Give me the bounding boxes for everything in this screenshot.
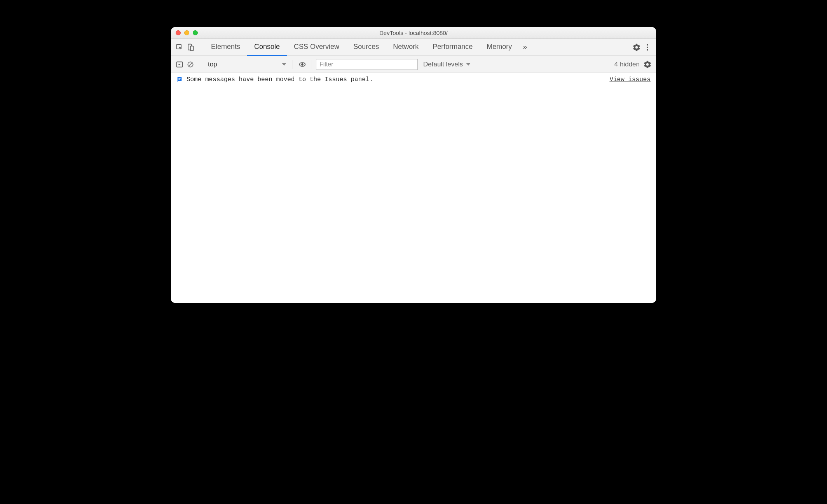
- log-levels-selector[interactable]: Default levels: [423, 61, 471, 68]
- tab-memory[interactable]: Memory: [480, 39, 519, 56]
- svg-point-5: [647, 49, 648, 50]
- tab-label: Performance: [433, 43, 473, 51]
- inspect-element-icon[interactable]: [174, 42, 185, 53]
- svg-point-10: [301, 63, 304, 66]
- svg-point-3: [647, 44, 648, 45]
- context-label: top: [208, 61, 217, 68]
- separator: [627, 43, 627, 52]
- console-toolbar: top Default levels 4 hidden: [171, 56, 656, 73]
- tab-label: Elements: [211, 43, 240, 51]
- separator: [293, 60, 293, 69]
- tab-network[interactable]: Network: [386, 39, 426, 56]
- separator: [312, 60, 312, 69]
- devtools-window: DevTools - localhost:8080/ Elements Cons…: [171, 27, 656, 303]
- console-settings-icon[interactable]: [642, 59, 653, 70]
- svg-point-4: [647, 47, 648, 48]
- tab-elements[interactable]: Elements: [204, 39, 247, 56]
- live-expression-icon[interactable]: [297, 59, 308, 70]
- hidden-messages-count[interactable]: 4 hidden: [614, 61, 640, 68]
- separator: [200, 43, 200, 52]
- tab-sources[interactable]: Sources: [346, 39, 386, 56]
- tab-css-overview[interactable]: CSS Overview: [287, 39, 346, 56]
- device-toolbar-icon[interactable]: [185, 42, 196, 53]
- chevron-down-icon: [282, 63, 286, 66]
- tabs-container: Elements Console CSS Overview Sources Ne…: [204, 39, 623, 56]
- main-tabbar: Elements Console CSS Overview Sources Ne…: [171, 39, 656, 56]
- tab-label: Memory: [487, 43, 512, 51]
- filter-input[interactable]: [316, 59, 418, 70]
- toggle-sidebar-icon[interactable]: [174, 59, 185, 70]
- issues-icon: [176, 76, 183, 83]
- more-options-icon[interactable]: [642, 42, 653, 53]
- tab-console[interactable]: Console: [247, 39, 287, 56]
- svg-rect-12: [178, 79, 180, 80]
- tabbar-right: [623, 42, 653, 53]
- tab-label: CSS Overview: [294, 43, 339, 51]
- execution-context-selector[interactable]: top: [204, 59, 289, 70]
- tab-label: Sources: [353, 43, 379, 51]
- view-issues-link[interactable]: View issues: [609, 76, 651, 83]
- settings-icon[interactable]: [631, 42, 642, 53]
- separator: [200, 60, 200, 69]
- levels-label: Default levels: [423, 61, 463, 68]
- issues-notice-text: Some messages have been moved to the Iss…: [187, 76, 373, 83]
- svg-line-8: [188, 63, 192, 66]
- titlebar: DevTools - localhost:8080/: [171, 27, 656, 39]
- svg-rect-2: [190, 46, 194, 50]
- separator: [608, 60, 608, 69]
- clear-console-icon[interactable]: [185, 59, 196, 70]
- console-output-area[interactable]: [171, 86, 656, 303]
- tab-label: Console: [254, 43, 280, 51]
- tabs-overflow-button[interactable]: »: [519, 39, 531, 56]
- tab-label: Network: [393, 43, 419, 51]
- issues-notice-row: Some messages have been moved to the Iss…: [171, 73, 656, 86]
- toolbar-right: 4 hidden: [604, 59, 653, 70]
- chevron-down-icon: [466, 63, 471, 66]
- more-tabs-icon: »: [523, 42, 527, 51]
- window-title: DevTools - localhost:8080/: [171, 30, 656, 36]
- svg-rect-11: [178, 78, 180, 78]
- tab-performance[interactable]: Performance: [426, 39, 480, 56]
